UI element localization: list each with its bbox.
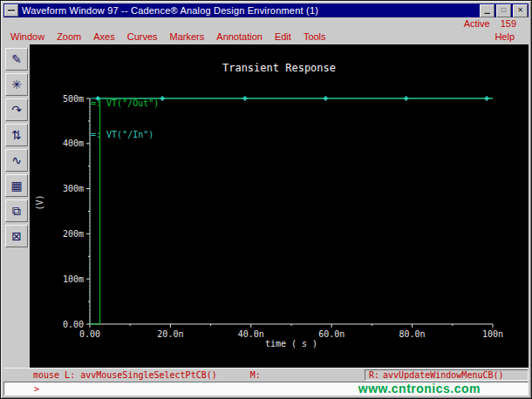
sine-wave-icon: ∿ [11,153,22,167]
svg-text:100n: 100n [482,329,503,339]
svg-text:60.0n: 60.0n [318,329,344,339]
command-prompt: > [34,384,39,394]
mouse-right-label: R: [369,370,379,380]
plot-title: Transient Response [30,62,529,74]
close-button[interactable]: ✕ [513,4,528,17]
subwindow-tool-button[interactable]: ⧉ [5,200,28,222]
menu-tools[interactable]: Tools [302,30,328,43]
mouse-middle-label: M: [250,370,261,380]
delete-box-icon: ⊠ [11,229,22,243]
legend-marker-in: =: [91,130,101,139]
calculator-tool-button[interactable]: ▦ [5,174,28,197]
menu-annotation[interactable]: Annotation [215,30,264,43]
menu-help[interactable]: Help [493,30,516,43]
svg-text:0.00: 0.00 [63,320,84,329]
svg-text:0.00: 0.00 [79,329,100,339]
minimize-button[interactable]: ▁ [480,4,494,17]
plot-legend: =: VT("/Out") =: VT("/In") [91,78,159,161]
menu-curves[interactable]: Curves [126,30,160,43]
grid-calculator-icon: ▦ [10,179,22,193]
svg-text:80.0n: 80.0n [399,329,426,339]
status-header-row: Active 159 [3,17,529,29]
menu-window[interactable]: Window [9,30,46,43]
legend-marker-out: =: [91,98,101,108]
y-axis-label: (V) [35,188,44,218]
x-axis-label: time ( s ) [90,339,493,348]
strip-chart-tool-button[interactable]: ⇅ [5,124,28,146]
legend-entry-in: =: VT("/In") [91,130,159,140]
svg-text:500m: 500m [63,94,84,104]
svg-text:100m: 100m [63,274,84,284]
legend-label-in: VT("/In") [106,130,153,139]
window-menu-button[interactable] [4,4,18,17]
mouse-left-binding: avvMouseSingleSelectPtCB() [80,370,217,380]
window-menu-icon [8,10,15,12]
asterisk-zoom-icon: ✳ [11,78,22,91]
mouse-left-label: mouse L: [33,370,75,380]
tool-palette: ✎ ✳ ↷ ⇅ ∿ ▦ ⧉ ⊠ [3,44,30,368]
svg-text:40.0n: 40.0n [238,329,264,339]
svg-text:200m: 200m [63,229,84,239]
active-label: Active [464,18,490,29]
menu-zoom[interactable]: Zoom [55,30,83,43]
window-title: Waveform Window 97 -- Cadence® Analog De… [22,5,478,16]
stacked-windows-icon: ⧉ [12,204,21,219]
titlebar[interactable]: Waveform Window 97 -- Cadence® Analog De… [3,3,529,17]
menu-axes[interactable]: Axes [92,30,116,43]
legend-entry-out: =: VT("/Out") [91,98,159,109]
watermark-text: www.cntronics.com [358,382,481,396]
pencil-icon: ✎ [11,52,22,66]
menu-markers[interactable]: Markers [168,30,207,43]
split-axes-icon: ⇅ [11,128,22,142]
main-area: ✎ ✳ ↷ ⇅ ∿ ▦ ⧉ ⊠ 0.0020.0n40.0n60.0n80.0n… [3,44,529,368]
mouse-bindings-bar: mouse L: avvMouseSingleSelectPtCB() M: R… [3,368,529,382]
menu-edit[interactable]: Edit [273,30,293,43]
annotate-tool-button[interactable]: ✎ [5,48,28,71]
mouse-right-binding: avvUpdateWindowMenuCB() [383,370,503,380]
legend-label-out: VT("/Out") [106,98,159,108]
zoom-tool-button[interactable]: ✳ [5,73,28,96]
svg-text:400m: 400m [63,139,84,148]
svg-text:300m: 300m [63,184,84,193]
waveform-tool-button[interactable]: ∿ [5,149,28,172]
waveform-window: Waveform Window 97 -- Cadence® Analog De… [0,0,532,399]
svg-text:20.0n: 20.0n [157,329,183,339]
menubar: Window Zoom Axes Curves Markers Annotati… [3,29,529,44]
maximize-button[interactable]: □ [496,4,511,17]
curved-arrow-icon: ↷ [11,103,22,117]
active-count: 159 [501,18,516,29]
mouse-right-panel: R: avvUpdateWindowMenuCB() [365,369,529,381]
redraw-tool-button[interactable]: ↷ [5,98,28,121]
plot-canvas[interactable]: 0.0020.0n40.0n60.0n80.0n100n0.00100m200m… [30,44,529,368]
delete-tool-button[interactable]: ⊠ [5,225,28,247]
